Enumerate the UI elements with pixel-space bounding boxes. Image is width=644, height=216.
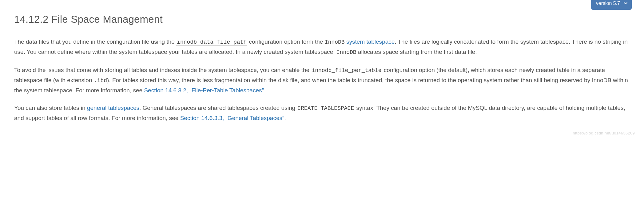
chevron-down-icon xyxy=(624,2,627,5)
text: . xyxy=(284,115,286,121)
link-system-tablespace[interactable]: system tablespace xyxy=(346,38,395,45)
code-innodb-data-file-path: innodb_data_file_path xyxy=(176,39,247,46)
code-innodb: InnoDB xyxy=(325,39,345,45)
text: allocates space starting from the first … xyxy=(356,49,477,55)
code-innodb-file-per-table: innodb_file_per_table xyxy=(311,67,382,74)
code-innodb: InnoDB xyxy=(336,49,356,55)
text: To avoid the issues that come with stori… xyxy=(14,67,311,73)
text: You can also store tables in xyxy=(14,105,87,111)
text: configuration option form the xyxy=(247,38,324,45)
text: . General tablespaces are shared tablesp… xyxy=(139,105,297,111)
version-selector-label: version 5.7 xyxy=(596,0,620,7)
link-file-per-table-section[interactable]: Section 14.6.3.2, “File-Per-Table Tables… xyxy=(144,87,264,94)
paragraph-3: You can also store tables in general tab… xyxy=(14,103,630,123)
page-title: 14.12.2 File Space Management xyxy=(14,11,630,28)
text: The data files that you define in the co… xyxy=(14,38,176,45)
text: . xyxy=(264,87,265,94)
document-content: 14.12.2 File Space Management The data f… xyxy=(0,11,644,137)
version-selector[interactable]: version 5.7 xyxy=(591,0,632,10)
paragraph-1: The data files that you define in the co… xyxy=(14,37,630,57)
link-general-tablespaces[interactable]: general tablespaces xyxy=(87,105,139,111)
code-ibd: .ibd xyxy=(94,78,107,84)
paragraph-2: To avoid the issues that come with stori… xyxy=(14,65,630,95)
code-create-tablespace: CREATE TABLESPACE xyxy=(297,105,355,112)
link-general-tablespaces-section[interactable]: Section 14.6.3.3, “General Tablespaces” xyxy=(180,115,284,121)
